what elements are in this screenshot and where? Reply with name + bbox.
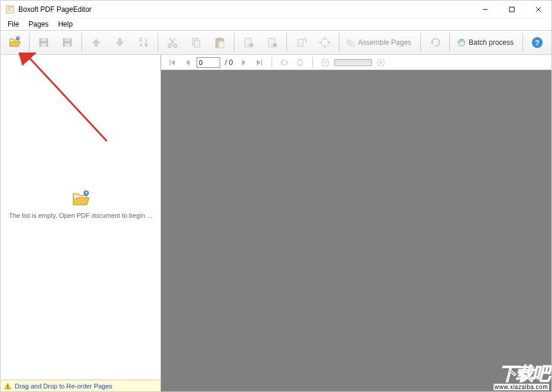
toolbar-separator [81, 33, 82, 52]
move-down-button[interactable] [109, 32, 130, 53]
warning-icon [4, 383, 11, 390]
svg-rect-21 [217, 38, 221, 40]
close-button[interactable] [525, 1, 551, 18]
insert-page-button[interactable] [238, 32, 259, 53]
delete-page-button[interactable] [262, 32, 283, 53]
pages-sidebar: The list is empty. Open PDF document to … [1, 55, 161, 391]
svg-rect-10 [64, 38, 70, 42]
move-up-button[interactable] [86, 32, 107, 53]
svg-rect-42 [298, 60, 302, 65]
undo-button[interactable] [424, 32, 446, 53]
watermark: 下载吧 www.xiazaiba.com [494, 362, 549, 390]
open-button[interactable] [4, 32, 25, 53]
footer-text: Drag and Drop to Re-order Pages [15, 383, 112, 390]
open-folder-icon[interactable] [71, 190, 90, 208]
svg-point-15 [174, 44, 177, 48]
menu-help[interactable]: Help [53, 19, 77, 30]
batch-process-button[interactable]: Batch process [453, 32, 520, 53]
svg-rect-8 [41, 43, 46, 47]
content-area: The list is empty. Open PDF document to … [1, 55, 551, 391]
toolbar-separator [449, 33, 450, 52]
cut-button[interactable] [162, 32, 183, 53]
watermark-url: www.xiazaiba.com [494, 384, 549, 390]
menubar: File Pages Help [1, 18, 551, 30]
svg-line-17 [169, 38, 174, 45]
nav-separator [312, 57, 313, 68]
svg-line-16 [170, 38, 175, 45]
help-button[interactable]: ? [527, 32, 548, 53]
sort-button[interactable]: ZA [133, 32, 154, 53]
menu-pages[interactable]: Pages [24, 19, 53, 30]
svg-rect-7 [41, 38, 46, 42]
svg-point-5 [17, 37, 20, 40]
save-as-button[interactable] [57, 32, 78, 53]
svg-rect-28 [321, 40, 328, 46]
page-number-input[interactable] [197, 57, 220, 68]
menu-file[interactable]: File [3, 19, 24, 30]
svg-rect-41 [282, 60, 287, 65]
fit-width-button[interactable] [278, 56, 291, 69]
window-title: Boxoft PDF PageEditor [18, 5, 472, 14]
svg-text:Z: Z [139, 37, 142, 43]
nav-separator [272, 57, 272, 68]
zoom-out-button[interactable] [319, 56, 332, 69]
svg-point-36 [84, 191, 89, 195]
watermark-text: 下载吧 [499, 362, 549, 386]
empty-list-text: The list is empty. Open PDF document to … [5, 212, 156, 219]
svg-rect-2 [509, 7, 514, 12]
last-page-button[interactable] [253, 56, 266, 69]
svg-rect-19 [194, 40, 200, 47]
toolbar-separator [158, 33, 158, 52]
toolbar: ZA Assemble Pages Batch process ? [1, 30, 551, 55]
page-total: / 0 [225, 58, 233, 67]
svg-text:?: ? [535, 38, 540, 47]
toolbar-separator [420, 33, 421, 52]
svg-rect-11 [64, 43, 70, 47]
sidebar-footer: Drag and Drop to Re-order Pages [1, 380, 161, 391]
zoom-in-button[interactable] [374, 56, 387, 69]
assemble-pages-button[interactable]: Assemble Pages [343, 32, 417, 53]
svg-rect-22 [218, 41, 224, 48]
preview-pane: / 0 [161, 55, 551, 391]
svg-rect-31 [351, 43, 354, 46]
zoom-slider[interactable] [334, 59, 372, 66]
copy-button[interactable] [185, 32, 207, 53]
toolbar-separator [522, 33, 523, 52]
window-controls [472, 1, 551, 18]
preview-toolbar: / 0 [161, 55, 551, 70]
pages-list[interactable]: The list is empty. Open PDF document to … [1, 55, 161, 380]
app-icon [5, 5, 15, 14]
svg-rect-27 [298, 40, 303, 47]
first-page-button[interactable] [166, 56, 179, 69]
svg-text:A: A [139, 43, 143, 48]
rotate-button[interactable] [290, 32, 312, 53]
toolbar-separator [234, 33, 234, 52]
toolbar-separator [29, 33, 30, 52]
fit-button[interactable] [314, 32, 335, 53]
maximize-button[interactable] [498, 1, 525, 18]
batch-label: Batch process [469, 38, 514, 47]
svg-point-38 [7, 387, 8, 388]
next-page-button[interactable] [237, 56, 250, 69]
paste-button[interactable] [209, 32, 230, 53]
minimize-button[interactable] [472, 1, 498, 18]
assemble-label: Assemble Pages [358, 38, 411, 47]
fit-height-button[interactable] [293, 56, 306, 69]
preview-canvas [161, 70, 551, 391]
svg-point-33 [460, 41, 462, 44]
svg-point-14 [168, 44, 172, 48]
save-button[interactable] [33, 32, 54, 53]
titlebar: Boxoft PDF PageEditor [1, 1, 551, 18]
toolbar-separator [286, 33, 287, 52]
prev-page-button[interactable] [181, 56, 194, 69]
toolbar-separator [339, 33, 339, 52]
